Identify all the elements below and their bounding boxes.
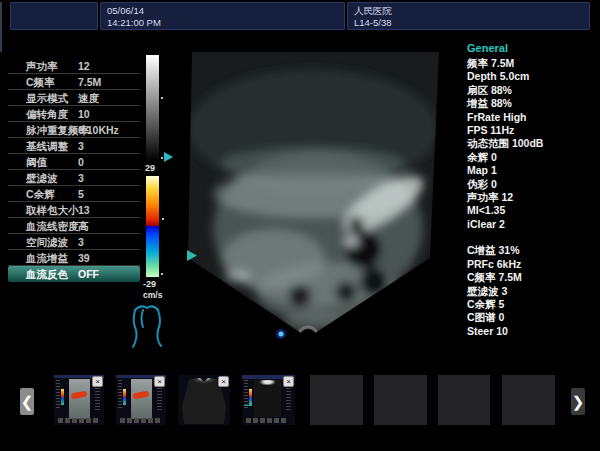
info-line-fps: FPS 11Hz — [467, 124, 599, 137]
param-label: 取样包大小 — [26, 202, 79, 218]
param-value: 速度 — [78, 90, 99, 106]
ultrasound-image — [178, 44, 448, 344]
thumbnail-doppler-1[interactable]: × — [54, 375, 104, 425]
param-row-wall-filter[interactable]: 壁滤波 3 — [8, 170, 140, 186]
scroll-left-button[interactable]: ❮ — [20, 388, 34, 415]
ultrasound-screen: 05/06/14 14:21:00 PM 人民医院 L14-5/38 声功率 1… — [0, 0, 600, 451]
image-info-panel: General 频率 7.5M Depth 5.0cm 扇区 88% 增益 88… — [467, 42, 599, 338]
empty-thumbnail-slot — [438, 375, 490, 425]
thumbnail-probe-image[interactable]: × — [178, 375, 230, 425]
param-value: 0 — [78, 154, 84, 170]
param-value: 3 — [78, 170, 84, 186]
info-line-dynamic-range: 动态范围 100dB — [467, 137, 599, 150]
info-line-power: 声功率 12 — [467, 191, 599, 204]
param-value: 高 — [78, 218, 89, 234]
mini-image — [131, 379, 152, 419]
param-row-line-density[interactable]: 血流线密度 高 — [8, 218, 140, 234]
param-value: 5 — [78, 186, 84, 202]
info-line-c-gain: C增益 31% — [467, 244, 599, 257]
param-row-c-frequency[interactable]: C频率 7.5M — [8, 74, 140, 90]
param-label: 偏转角度 — [26, 106, 68, 122]
param-label: C频率 — [26, 74, 55, 90]
grayscale-bar — [146, 55, 159, 161]
info-line-gain: 增益 88% — [467, 97, 599, 110]
preset-title: General — [467, 42, 599, 54]
param-label: 阈值 — [26, 154, 47, 170]
marker-dot — [161, 273, 163, 275]
param-value: 3 — [78, 234, 84, 250]
param-row-packet-size[interactable]: 取样包大小 13 — [8, 202, 140, 218]
hospital-name: 人民医院 — [354, 5, 589, 17]
param-row-flow-invert[interactable]: 血流反色 OFF — [8, 266, 140, 282]
param-value: 13 — [78, 202, 90, 218]
velocity-unit-label: cm/s — [143, 290, 162, 300]
velocity-min-label: -29 — [143, 279, 156, 289]
param-row-c-persistence[interactable]: C余辉 5 — [8, 186, 140, 202]
param-row-threshold[interactable]: 阈值 0 — [8, 154, 140, 170]
date-text: 05/06/14 — [107, 5, 344, 17]
param-row-baseline[interactable]: 基线调整 3 — [8, 138, 140, 154]
param-row-display-mode[interactable]: 显示模式 速度 — [8, 90, 140, 106]
left-edge-strip — [0, 2, 2, 52]
baseline-marker-dot — [162, 218, 164, 220]
close-icon[interactable]: × — [218, 376, 229, 387]
film-strip: ❮ × × × — [0, 375, 600, 435]
param-value: 3 — [78, 138, 84, 154]
param-value: OFF — [78, 266, 99, 282]
close-icon[interactable]: × — [154, 376, 165, 387]
active-mode-arrow-icon — [164, 152, 173, 162]
time-text: 14:21:00 PM — [107, 17, 344, 29]
gain-marker-dot — [161, 97, 163, 99]
doppler-color-bar — [146, 176, 159, 277]
mini-image — [254, 380, 281, 417]
mini-colorbar — [61, 389, 64, 405]
thumbnail-bmode-screen[interactable]: × — [242, 375, 295, 425]
body-marker-icon — [128, 300, 168, 350]
info-line-persistence: 余辉 0 — [467, 151, 599, 164]
info-line-tint: 伪彩 0 — [467, 178, 599, 191]
mini-doppler-flow — [133, 391, 150, 400]
close-icon[interactable]: × — [283, 376, 294, 387]
param-label: 基线调整 — [26, 138, 68, 154]
param-label: 空间滤波 — [26, 234, 68, 250]
parameter-sidebar: 声功率 12 C频率 7.5M 显示模式 速度 偏转角度 10 脉冲重复频率 6… — [8, 58, 140, 282]
param-label: 壁滤波 — [26, 170, 58, 186]
mini-probe-arc — [254, 380, 281, 390]
empty-thumbnail-slot — [374, 375, 427, 425]
probe-model: L14-5/38 — [354, 17, 589, 29]
info-line-wall-filter: 壁滤波 3 — [467, 285, 599, 298]
info-line-frequency: 频率 7.5M — [467, 57, 599, 70]
velocity-max-label: 29 — [145, 163, 155, 173]
param-row-spatial-filter[interactable]: 空间滤波 3 — [8, 234, 140, 250]
info-line-map: Map 1 — [467, 164, 599, 177]
mini-filmstrip — [120, 418, 162, 423]
info-line-c-persistence: C余辉 5 — [467, 298, 599, 311]
mini-text-left — [118, 380, 122, 408]
param-label: 血流增益 — [26, 250, 68, 266]
info-line-mi: MI<1.35 — [467, 204, 599, 217]
param-row-flow-gain[interactable]: 血流增益 39 — [8, 250, 140, 266]
top-bar: 05/06/14 14:21:00 PM 人民医院 L14-5/38 — [10, 2, 590, 30]
scroll-right-button[interactable]: ❯ — [571, 388, 585, 415]
info-line-depth: Depth 5.0cm — [467, 70, 599, 83]
param-label: 显示模式 — [26, 90, 68, 106]
param-row-steer-angle[interactable]: 偏转角度 10 — [8, 106, 140, 122]
param-row-prf[interactable]: 脉冲重复频率 6.10KHz — [8, 122, 140, 138]
param-value: 6.10KHz — [78, 122, 119, 138]
mini-text-left — [244, 380, 248, 408]
param-label: 血流反色 — [26, 266, 68, 282]
mini-marker — [244, 405, 252, 406]
thumbnail-doppler-2[interactable]: × — [116, 375, 166, 425]
mini-image — [69, 379, 90, 419]
info-line-prfc: PRFc 6kHz — [467, 258, 599, 271]
param-label: 血流线密度 — [26, 218, 79, 234]
empty-thumbnail-slot — [310, 375, 363, 425]
info-line-frrate: FrRate High — [467, 111, 599, 124]
mini-text-left — [56, 380, 60, 408]
hospital-cell: 人民医院 L14-5/38 — [347, 2, 590, 30]
patient-info-cell — [10, 2, 98, 30]
close-icon[interactable]: × — [92, 376, 103, 387]
info-line-iclear: iClear 2 — [467, 218, 599, 231]
param-row-acoustic-power[interactable]: 声功率 12 — [8, 58, 140, 74]
mini-filmstrip — [246, 418, 288, 423]
